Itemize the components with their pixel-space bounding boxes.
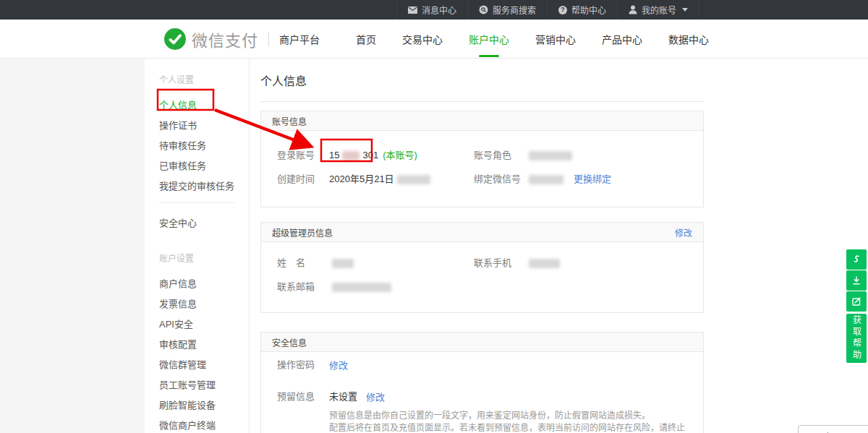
wechat-pay-merchant-portal: 消息中心 服务商搜索 ? 帮助中心 我的账号 微信支付 商户平台 首页 交易中心… <box>0 0 868 433</box>
sidebar: 个人设置 个人信息 操作证书 待审核任务 已审核任务 我提交的审核任务 安全中心… <box>145 59 250 433</box>
password-edit-link[interactable]: 修改 <box>329 358 348 372</box>
login-suffix: 301 <box>362 148 378 163</box>
topbar-my-account[interactable]: 我的账号 <box>617 0 699 20</box>
current-account-tag: (本账号) <box>383 148 417 163</box>
sidebar-item-operation-certificate[interactable]: 操作证书 <box>159 114 249 134</box>
section-title: 超级管理员信息 <box>272 226 333 239</box>
sidebar-item-security-center[interactable]: 安全中心 <box>159 212 249 232</box>
page-title: 个人信息 <box>260 72 704 89</box>
redacted-email <box>332 283 391 292</box>
topbar-item-label: 消息中心 <box>422 4 456 16</box>
account-info-header: 账号信息 <box>261 111 703 131</box>
sidebar-item-invoice-info[interactable]: 发票信息 <box>159 293 249 313</box>
page-body: 个人设置 个人信息 操作证书 待审核任务 已审核任务 我提交的审核任务 安全中心… <box>0 59 868 433</box>
envelope-icon <box>408 7 417 14</box>
edit-icon <box>851 296 861 306</box>
account-role-value <box>526 148 575 163</box>
date-popup: 2020年5月22日 <box>798 425 868 433</box>
redacted-phone <box>529 259 560 268</box>
login-prefix: 15 <box>329 148 339 163</box>
redacted-login-middle <box>342 151 359 160</box>
feedback-button[interactable] <box>846 291 867 312</box>
account-info-section: 账号信息 登录账号 15 301 (本账号) <box>260 111 704 207</box>
topbar-service-provider-search[interactable]: 服务商搜索 <box>467 0 547 20</box>
logo-text: 微信支付 <box>192 27 258 51</box>
topbar-item-label: 帮助中心 <box>571 4 606 16</box>
super-admin-header: 超级管理员信息 修改 <box>261 223 703 242</box>
account-info-body: 登录账号 15 301 (本账号) 账号角色 <box>261 131 703 207</box>
wechat-pay-check-icon <box>164 28 186 50</box>
contact-phone-value <box>526 256 563 270</box>
nav-home[interactable]: 首页 <box>356 27 376 51</box>
sidebar-title-account-settings: 账户设置 <box>159 252 249 264</box>
reserved-info-status: 未设置 <box>329 390 357 404</box>
sidebar-item-my-submitted-tasks[interactable]: 我提交的审核任务 <box>159 175 249 195</box>
floating-toolbar: 获取帮助 <box>846 249 867 363</box>
portal-label: 商户平台 <box>279 32 320 46</box>
get-help-button[interactable]: 获取帮助 <box>846 314 867 363</box>
sidebar-item-personal-info[interactable]: 个人信息 <box>159 94 249 114</box>
redacted-wechat-id <box>529 175 563 184</box>
contact-phone-label: 联系手机 <box>474 256 526 270</box>
name-label: 姓 名 <box>277 256 329 270</box>
login-account-label: 登录账号 <box>277 148 329 163</box>
download-button[interactable] <box>846 270 867 291</box>
section-title: 安全信息 <box>272 336 307 348</box>
main-content: 个人信息 账号信息 登录账号 15 301 ( <box>260 59 704 433</box>
sidebar-item-face-smart-device[interactable]: 刷脸智能设备 <box>159 394 249 414</box>
logo-divider <box>268 32 269 46</box>
topbar-item-label: 服务商搜索 <box>493 4 536 16</box>
sidebar-item-wechat-merchant-terminal[interactable]: 微信商户终端 <box>159 414 249 433</box>
sidebar-item-merchant-info[interactable]: 商户信息 <box>159 273 249 293</box>
topbar-item-label: 我的账号 <box>642 4 676 16</box>
reserved-info-description: 预留信息是由你自己设置的一段文字，用来鉴定网站身份，防止假冒网站造成损失。 配置… <box>329 410 687 433</box>
rebind-link[interactable]: 更换绑定 <box>574 172 611 187</box>
reserved-edit-link[interactable]: 修改 <box>366 390 385 404</box>
security-info-body: 操作密码 修改 预留信息 未设置 修改 预留信息是由你自己设置的一段文字，用来鉴… <box>261 352 703 433</box>
search-circle-icon <box>479 5 488 14</box>
operation-password-label: 操作密码 <box>277 358 329 372</box>
header: 微信支付 商户平台 首页 交易中心 账户中心 营销中心 产品中心 数据中心 <box>0 20 868 59</box>
created-date: 2020年5月21日 <box>329 172 394 187</box>
sidebar-item-staff-account-management[interactable]: 员工账号管理 <box>159 374 249 394</box>
topbar-help-center[interactable]: ? 帮助中心 <box>547 0 617 20</box>
created-time-value: 2020年5月21日 <box>329 172 433 187</box>
nav-account-center[interactable]: 账户中心 <box>469 27 509 51</box>
wechat-pay-logo[interactable]: 微信支付 商户平台 <box>164 27 320 51</box>
sidebar-title-personal-settings: 个人设置 <box>159 73 249 85</box>
title-divider <box>260 101 704 102</box>
redacted-created-time <box>397 175 430 184</box>
name-value <box>329 256 357 270</box>
sidebar-item-pending-review-tasks[interactable]: 待审核任务 <box>159 134 249 155</box>
description-line: 预留信息是由你自己设置的一段文字，用来鉴定网站身份，防止假冒网站造成损失。 <box>329 410 687 422</box>
sidebar-item-reviewed-tasks[interactable]: 已审核任务 <box>159 155 249 175</box>
link-icon <box>851 254 861 265</box>
login-account-value: 15 301 (本账号) <box>329 148 417 163</box>
topbar: 消息中心 服务商搜索 ? 帮助中心 我的账号 <box>0 0 868 20</box>
sidebar-item-review-config[interactable]: 审核配置 <box>159 333 249 353</box>
created-time-label: 创建时间 <box>277 172 329 187</box>
contact-email-value <box>329 280 394 294</box>
reserved-info-label: 预留信息 <box>277 390 329 404</box>
share-link-button[interactable] <box>846 249 867 270</box>
sidebar-item-wechat-group-management[interactable]: 微信群管理 <box>159 353 249 374</box>
nav-transaction-center[interactable]: 交易中心 <box>402 27 443 51</box>
description-line: 配置后将在首页及充值页面显示。若未看到预留信息，表明当前访问的网站存在风险，请终… <box>329 422 687 433</box>
contact-email-label: 联系邮箱 <box>277 280 329 294</box>
nav-product-center[interactable]: 产品中心 <box>602 27 642 51</box>
admin-edit-link[interactable]: 修改 <box>675 226 692 239</box>
topbar-message-center[interactable]: 消息中心 <box>396 0 467 20</box>
security-info-section: 安全信息 操作密码 修改 预留信息 未设置 修改 预留信息是由你自己设置的一段文… <box>260 332 704 433</box>
chevron-down-icon <box>682 8 688 12</box>
user-icon <box>629 5 637 14</box>
primary-nav: 首页 交易中心 账户中心 营销中心 产品中心 数据中心 <box>356 27 709 51</box>
super-admin-section: 超级管理员信息 修改 姓 名 联系手机 <box>260 222 704 313</box>
download-icon <box>851 275 861 286</box>
nav-data-center[interactable]: 数据中心 <box>668 27 709 51</box>
account-role-label: 账号角色 <box>474 148 526 163</box>
super-admin-body: 姓 名 联系手机 联系邮箱 <box>261 242 703 312</box>
left-gutter <box>0 59 145 433</box>
nav-marketing-center[interactable]: 营销中心 <box>535 27 576 51</box>
bound-wechat-label: 绑定微信号 <box>474 172 526 187</box>
sidebar-item-api-security[interactable]: API安全 <box>159 313 249 333</box>
